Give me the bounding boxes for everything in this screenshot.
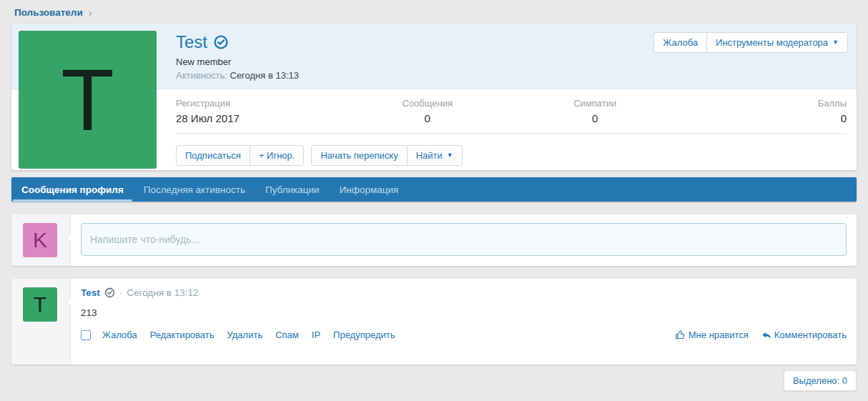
tab-information[interactable]: Информация — [330, 177, 409, 202]
like-link[interactable]: Мне нравится — [675, 330, 749, 340]
stat-value: 28 Июл 2017 — [176, 112, 344, 124]
post-author-avatar[interactable]: T — [23, 287, 57, 322]
stat-label: Симпатии — [511, 98, 679, 109]
ignore-button[interactable]: + Игнор. — [250, 145, 305, 166]
user-title: New member — [176, 56, 299, 67]
find-label: Найти — [416, 150, 443, 161]
profile-tab-bar: Сообщения профиля Последняя активность П… — [11, 177, 857, 202]
breadcrumb: Пользователи › — [11, 0, 857, 24]
tab-profile-posts[interactable]: Сообщения профиля — [11, 177, 134, 202]
composer-card: K — [11, 214, 857, 266]
post-separator: · — [119, 287, 123, 298]
moderator-tools-label: Инструменты модератора — [716, 37, 828, 48]
comment-label: Комментировать — [774, 330, 847, 340]
stat-messages: Сообщения 0 — [344, 98, 512, 124]
stat-value[interactable]: 0 — [679, 112, 847, 124]
stat-points: Баллы 0 — [679, 98, 847, 124]
start-conversation-button[interactable]: Начать переписку — [311, 145, 406, 166]
profile-info: Test New member Активность: Сегодня в 13… — [176, 32, 299, 81]
post-author-link[interactable]: Test — [81, 287, 100, 298]
follow-button[interactable]: Подписаться — [176, 145, 250, 166]
composer-input[interactable] — [81, 223, 847, 256]
post-gutter: T — [11, 279, 71, 365]
post-actions: Жалоба Редактировать Удалить Спам IP Пре… — [81, 330, 847, 340]
stat-likes: Симпатии 0 — [511, 98, 679, 124]
post-timestamp[interactable]: Сегодня в 13:12 — [127, 287, 198, 298]
reply-arrow-icon — [761, 330, 771, 340]
chevron-down-icon: ▼ — [447, 152, 453, 159]
chevron-down-icon: ▼ — [832, 39, 839, 46]
composer-gutter: K — [11, 214, 71, 266]
profile-buttons: Подписаться + Игнор. Начать переписку На… — [176, 145, 463, 166]
like-label: Мне нравится — [689, 330, 749, 340]
post-body: 213 — [81, 307, 847, 318]
find-button[interactable]: Найти ▼ — [407, 145, 463, 166]
stat-label: Баллы — [679, 98, 847, 109]
report-button[interactable]: Жалоба — [654, 32, 706, 53]
profile-avatar[interactable]: T — [19, 31, 157, 169]
thumbs-up-icon — [675, 330, 686, 340]
profile-stats: Регистрация 28 Июл 2017 Сообщения 0 Симп… — [176, 98, 847, 134]
selected-count-button[interactable]: Выделено: 0 — [784, 370, 857, 391]
breadcrumb-users-link[interactable]: Пользователи — [14, 7, 83, 18]
post-report-link[interactable]: Жалоба — [102, 330, 137, 340]
post-content: Test · Сегодня в 13:12 213 Жалоба Редакт… — [71, 279, 857, 365]
post-warn-link[interactable]: Предупредить — [333, 330, 395, 340]
post-header: Test · Сегодня в 13:12 — [81, 287, 847, 298]
footer-bar: Выделено: 0 — [11, 370, 857, 391]
stat-value: 0 — [511, 112, 679, 124]
stat-registration: Регистрация 28 Июл 2017 — [176, 98, 344, 124]
post-delete-link[interactable]: Удалить — [227, 330, 263, 340]
post-ip-link[interactable]: IP — [312, 330, 320, 340]
comment-link[interactable]: Комментировать — [761, 330, 847, 340]
post-spam-link[interactable]: Спам — [275, 330, 299, 340]
post-actions-right: Мне нравится Комментировать — [675, 330, 847, 340]
composer-content — [71, 214, 857, 266]
moderator-tools-button[interactable]: Инструменты модератора ▼ — [706, 32, 848, 53]
activity-row: Активность: Сегодня в 13:13 — [176, 70, 299, 81]
verified-badge-icon — [213, 34, 229, 50]
tab-postings[interactable]: Публикации — [255, 177, 330, 202]
select-post-checkbox[interactable] — [81, 330, 91, 340]
stat-value[interactable]: 0 — [344, 112, 512, 124]
profile-card: T Test New member Активность: Сегодня в … — [11, 24, 857, 170]
verified-badge-gray-icon — [104, 287, 115, 298]
activity-value: Сегодня в 13:13 — [230, 70, 299, 81]
chevron-right-icon: › — [89, 7, 92, 18]
page: Пользователи › T Test New member Активно… — [0, 0, 868, 391]
profile-actions: Жалоба Инструменты модератора ▼ — [654, 32, 848, 53]
activity-label: Активность: — [176, 70, 227, 81]
stat-label: Сообщения — [344, 98, 512, 109]
post-card: T Test · Сегодня в 13:12 213 Жалоба Ре — [11, 279, 857, 365]
post-edit-link[interactable]: Редактировать — [150, 330, 214, 340]
tab-recent-activity[interactable]: Последняя активность — [134, 177, 255, 202]
profile-username[interactable]: Test — [176, 32, 207, 52]
current-user-avatar[interactable]: K — [23, 223, 57, 257]
stat-label: Регистрация — [176, 98, 344, 109]
